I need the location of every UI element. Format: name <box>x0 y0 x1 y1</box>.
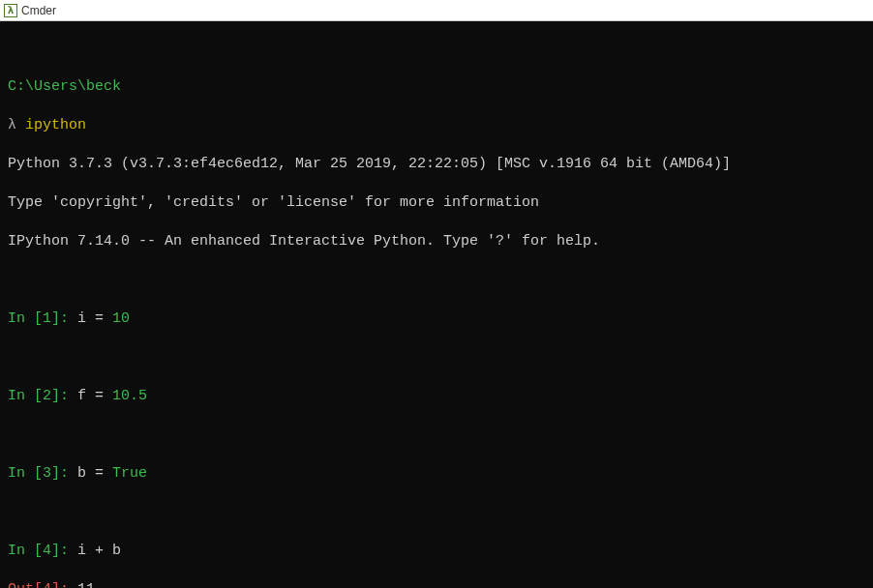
command-text: ipython <box>25 117 86 133</box>
banner-line-1: Type 'copyright', 'credits' or 'license'… <box>8 194 539 211</box>
in-code-2: f = <box>77 388 112 404</box>
banner-line-2: IPython 7.14.0 -- An enhanced Interactiv… <box>8 233 600 250</box>
banner-line-0: Python 3.7.3 (v3.7.3:ef4ec6ed12, Mar 25 … <box>8 156 731 172</box>
prompt-lambda: λ <box>8 117 16 133</box>
lambda-icon: λ <box>4 4 17 17</box>
window-titlebar: λ Cmder <box>0 0 873 21</box>
in-label-1: In [1]: <box>8 310 69 327</box>
cwd-path: C:\Users\beck <box>8 78 121 95</box>
prompt-space <box>16 117 25 133</box>
in-label-3: In [3]: <box>8 465 69 482</box>
in-label-2: In [2]: <box>8 388 69 404</box>
in-code-4: i + b <box>77 543 121 559</box>
in-num-2: 10.5 <box>112 388 147 404</box>
terminal-area[interactable]: C:\Users\beck λ ipython Python 3.7.3 (v3… <box>0 21 873 588</box>
in-code-1: i = <box>77 310 112 327</box>
out-label-4: Out[4]: <box>8 581 69 588</box>
in-kw-3: True <box>112 465 147 482</box>
in-label-4: In [4]: <box>8 543 69 559</box>
in-code-3: b = <box>77 465 112 482</box>
in-num-1: 10 <box>112 310 130 327</box>
window-title: Cmder <box>21 1 56 20</box>
out-val-4: 11 <box>77 581 95 588</box>
